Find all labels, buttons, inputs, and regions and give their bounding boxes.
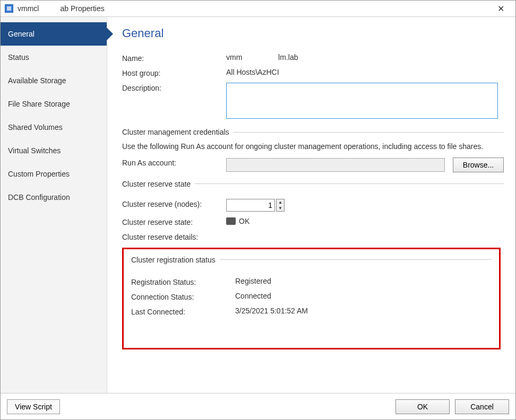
sidebar-item-label: General (8, 30, 35, 38)
properties-window: vmmcl ab Properties ✕ General Status Ava… (0, 0, 516, 420)
sidebar-item-virtual-switches[interactable]: Virtual Switches (1, 139, 107, 162)
sidebar-item-label: Virtual Switches (8, 146, 61, 155)
registration-highlight: Cluster registration status Registration… (122, 248, 501, 349)
sidebar-item-label: Shared Volumes (8, 123, 63, 132)
sidebar-item-label: Available Storage (8, 76, 66, 85)
section-title: Cluster management credentials (122, 128, 229, 136)
browse-button[interactable]: Browse... (453, 158, 504, 172)
sidebar-item-dcb-configuration[interactable]: DCB Configuration (1, 186, 107, 209)
cluster-node-icon (226, 217, 236, 225)
description-input[interactable] (226, 83, 498, 119)
connection-status-label: Connection Status: (131, 292, 235, 301)
spin-down-icon[interactable]: ▼ (277, 205, 284, 211)
content-pane: General Name: vmm lm.lab Host group: All… (107, 17, 515, 393)
description-label: Description: (122, 83, 226, 92)
ok-button[interactable]: OK (395, 399, 450, 414)
sidebar-item-available-storage[interactable]: Available Storage (1, 69, 107, 92)
reserve-state-value: OK (226, 217, 504, 225)
sidebar-item-label: Custom Properties (8, 170, 70, 178)
view-script-button[interactable]: View Script (7, 399, 60, 414)
registration-status-label: Registration Status: (131, 277, 235, 286)
host-group-label: Host group: (122, 68, 226, 77)
svg-rect-0 (7, 6, 11, 11)
window-body: General Status Available Storage File Sh… (1, 17, 515, 393)
reserve-details-label: Cluster reserve details: (122, 232, 226, 241)
host-group-value: All Hosts\AzHCI (226, 68, 504, 76)
reserve-nodes-input[interactable] (226, 199, 275, 212)
section-title: Cluster reserve state (122, 180, 191, 188)
cluster-mgmt-help: Use the following Run As account for ong… (122, 142, 504, 152)
registration-status-value: Registered (235, 277, 492, 285)
page-title: General (122, 27, 504, 40)
sidebar-item-custom-properties[interactable]: Custom Properties (1, 162, 107, 186)
sidebar-item-label: Status (8, 53, 29, 62)
sidebar-item-shared-volumes[interactable]: Shared Volumes (1, 116, 107, 139)
sidebar-item-label: DCB Configuration (8, 193, 70, 202)
footer: View Script OK Cancel (1, 393, 515, 419)
close-button[interactable]: ✕ (490, 4, 511, 14)
run-as-label: Run As account: (122, 158, 226, 167)
section-cluster-registration: Cluster registration status (131, 256, 492, 264)
reserve-state-label: Cluster reserve state: (122, 217, 226, 226)
app-icon (5, 4, 13, 13)
run-as-input[interactable] (226, 158, 445, 172)
window-title-right: ab Properties (60, 4, 104, 13)
titlebar: vmmcl ab Properties ✕ (1, 1, 515, 17)
connection-status-value: Connected (235, 292, 492, 300)
window-title-left: vmmcl (18, 4, 39, 13)
cancel-button[interactable]: Cancel (455, 399, 509, 414)
name-label: Name: (122, 53, 226, 63)
sidebar-item-status[interactable]: Status (1, 46, 107, 69)
section-title: Cluster registration status (131, 256, 216, 264)
last-connected-value: 3/25/2021 5:01:52 AM (235, 307, 492, 315)
last-connected-label: Last Connected: (131, 307, 235, 316)
sidebar-item-label: File Share Storage (8, 100, 70, 108)
section-cluster-reserve: Cluster reserve state (122, 180, 504, 188)
name-value: vmm lm.lab (226, 53, 504, 62)
section-cluster-mgmt: Cluster management credentials (122, 128, 504, 136)
sidebar-item-file-share-storage[interactable]: File Share Storage (1, 92, 107, 116)
reserve-nodes-stepper[interactable]: ▲ ▼ (226, 199, 285, 212)
sidebar: General Status Available Storage File Sh… (1, 17, 107, 393)
reserve-nodes-label: Cluster reserve (nodes): (122, 199, 226, 208)
sidebar-item-general[interactable]: General (1, 22, 107, 46)
spin-up-icon[interactable]: ▲ (277, 199, 284, 205)
